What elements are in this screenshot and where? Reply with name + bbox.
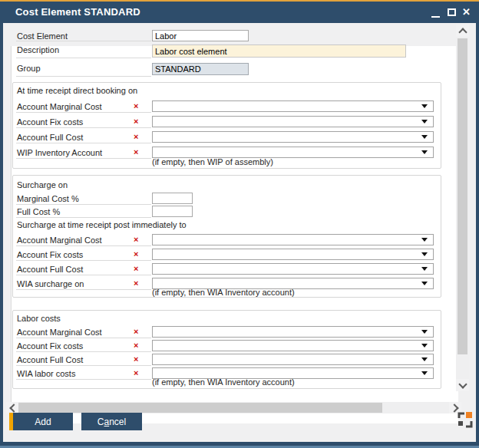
chevron-down-icon (458, 380, 467, 388)
labor-account-fix-costs-combo[interactable] (152, 340, 434, 351)
label-underline (16, 379, 151, 380)
field-label: Account Marginal Cost (17, 328, 102, 337)
label-underline (16, 76, 151, 77)
label-underline (16, 275, 151, 275)
maximize-button[interactable] (444, 2, 460, 23)
add-button[interactable]: Add (9, 413, 73, 430)
section-surcharge-subtitle: Surcharge at time receipt post immediate… (17, 220, 187, 229)
label-underline (16, 365, 151, 366)
group-input (152, 63, 249, 75)
chevron-down-icon (421, 344, 428, 348)
label-underline (16, 338, 151, 338)
cancel-button[interactable]: Cancel (81, 413, 142, 430)
label-underline (16, 112, 151, 113)
missing-account-x-icon: × (134, 147, 138, 156)
field-label: Account Full Cost (17, 265, 83, 274)
window-title: Cost Element STANDARD (15, 6, 140, 18)
wia-note: (if empty, then WIA Inventory account) (152, 288, 295, 297)
account-row: Account Marginal Cost × (0, 100, 479, 113)
cost-element-input[interactable] (152, 30, 249, 41)
cancel-button-label: Cancel (97, 417, 126, 427)
account-row: Account Fix costs × (0, 116, 479, 128)
account-marginal-cost-combo[interactable] (152, 100, 434, 112)
wip-note: (if empty, then WIP of assembly) (152, 157, 273, 166)
field-label: WIA labor costs (17, 369, 75, 378)
field-label: Account Fix costs (17, 250, 83, 259)
field-label: WIA surcharge on (17, 279, 84, 288)
description-input[interactable] (152, 44, 406, 58)
chevron-down-icon (421, 371, 428, 375)
close-button[interactable]: ✕ (460, 2, 475, 23)
surcharge-account-full-cost-combo[interactable] (152, 263, 434, 275)
add-button-label: Add (35, 417, 51, 427)
chevron-down-icon (421, 252, 428, 256)
account-row: Account Marginal Cost × (0, 326, 479, 338)
horizontal-scroll-thumb[interactable] (18, 403, 382, 413)
percent-row: Marginal Cost % (0, 193, 479, 205)
account-full-cost-combo[interactable] (152, 131, 434, 143)
labor-account-full-cost-combo[interactable] (152, 354, 434, 365)
label-underline (16, 245, 151, 246)
minimize-icon (431, 16, 440, 18)
chevron-down-icon (421, 267, 428, 271)
missing-account-x-icon: × (134, 264, 138, 273)
missing-account-x-icon: × (134, 132, 138, 141)
missing-account-x-icon: × (134, 327, 138, 336)
field-label: Account Fix costs (17, 341, 83, 351)
missing-account-x-icon: × (134, 101, 138, 110)
label-underline (16, 260, 151, 261)
label-underline (16, 351, 151, 352)
scroll-left-button[interactable] (6, 402, 18, 413)
scroll-down-button[interactable] (456, 379, 469, 391)
field-label: Full Cost % (17, 207, 60, 216)
field-label: Account Full Cost (17, 133, 83, 142)
resize-grip-icon[interactable] (458, 411, 473, 428)
account-row: Account Full Cost × (0, 354, 479, 366)
wip-inventory-account-combo[interactable] (152, 147, 434, 158)
wia-labor-note: (if empty, then WIA Inventory account) (152, 377, 295, 387)
chevron-down-icon (421, 282, 428, 285)
chevron-down-icon (421, 104, 428, 108)
label-underline (16, 204, 151, 205)
vertical-scrollbar[interactable] (456, 25, 469, 391)
account-row: Account Full Cost × (0, 263, 479, 275)
missing-account-x-icon: × (134, 341, 138, 350)
chevron-down-icon (421, 120, 428, 124)
account-fix-costs-combo[interactable] (152, 116, 434, 127)
field-label: Account Full Cost (17, 355, 83, 364)
scroll-up-button[interactable] (456, 25, 469, 37)
chevron-down-icon (421, 357, 428, 361)
account-row: Account Fix costs × (0, 340, 479, 352)
label-underline (16, 158, 151, 159)
chevron-up-icon (458, 28, 467, 36)
field-label: Account Marginal Cost (17, 236, 102, 245)
label-underline (16, 127, 151, 128)
title-bar[interactable]: Cost Element STANDARD ✕ (0, 2, 479, 23)
label-underline (16, 143, 151, 143)
missing-account-x-icon: × (134, 235, 138, 244)
labor-account-marginal-cost-combo[interactable] (152, 326, 434, 338)
missing-account-x-icon: × (134, 368, 138, 377)
group-label: Group (17, 64, 41, 73)
label-underline (16, 289, 151, 290)
maximize-icon (448, 8, 456, 16)
missing-account-x-icon: × (134, 117, 138, 126)
dialog-window: Cost Element STANDARD ✕ Cost Element Des… (0, 0, 479, 448)
field-label: Account Fix costs (17, 117, 83, 127)
section-labor-costs-title: Labor costs (17, 314, 61, 323)
account-row: Account Fix costs × (0, 249, 479, 261)
surcharge-account-fix-costs-combo[interactable] (152, 249, 434, 260)
vertical-scroll-thumb[interactable] (458, 38, 467, 354)
chevron-left-icon (9, 404, 18, 412)
full-cost-percent-input[interactable] (152, 206, 193, 217)
chevron-down-icon (421, 238, 428, 242)
label-underline (16, 41, 151, 41)
minimize-button[interactable] (428, 2, 444, 23)
surcharge-account-marginal-cost-combo[interactable] (152, 234, 434, 245)
missing-account-x-icon: × (134, 354, 138, 364)
horizontal-scrollbar[interactable] (6, 402, 461, 413)
section-surcharge-title: Surcharge on (17, 180, 68, 189)
percent-row: Full Cost % (0, 206, 479, 218)
marginal-cost-percent-input[interactable] (152, 193, 193, 204)
chevron-down-icon (421, 135, 428, 139)
